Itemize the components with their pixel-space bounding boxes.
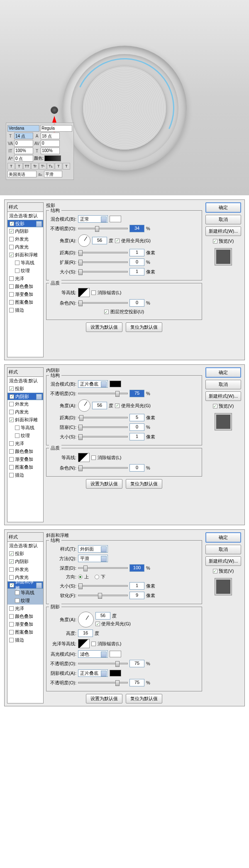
antialias-select[interactable]: 平滑	[44, 171, 62, 177]
chk-satin[interactable]	[9, 441, 14, 446]
new-style-button[interactable]: 新建样式(W)...	[205, 556, 241, 566]
subscript-btn[interactable]: T₁	[47, 163, 54, 170]
style-color-overlay[interactable]: 颜色叠加	[7, 448, 43, 455]
chk-drop-shadow[interactable]	[10, 221, 14, 226]
style-gradient-overlay[interactable]: 渐变叠加	[7, 620, 43, 628]
spread-slider[interactable]	[78, 261, 128, 263]
antialias-chk[interactable]	[91, 455, 96, 460]
style-contour[interactable]: 等高线	[7, 424, 43, 432]
preview-chk[interactable]	[213, 239, 217, 243]
vscale-input[interactable]: 100%	[41, 148, 60, 154]
chk-inner-glow[interactable]	[9, 410, 14, 414]
tracking-select[interactable]: 0	[41, 140, 60, 147]
chk-drop-shadow[interactable]	[9, 386, 14, 391]
font-size-select[interactable]: 14 点	[14, 133, 33, 139]
chk-outer-glow[interactable]	[9, 237, 14, 241]
angle-input[interactable]: 56	[92, 237, 107, 244]
chk-gradient-overlay[interactable]	[9, 292, 14, 297]
global-light-chk[interactable]	[115, 239, 120, 243]
chk-stroke[interactable]	[9, 308, 14, 312]
chk-texture[interactable]	[15, 598, 20, 603]
make-default-button[interactable]: 设置为默认值	[86, 322, 122, 332]
chk-inner-glow[interactable]	[9, 245, 14, 249]
h-opacity-slider[interactable]	[78, 663, 128, 664]
chk-inner-shadow[interactable]	[9, 559, 14, 564]
style-gradient-overlay[interactable]: 渐变叠加	[7, 290, 43, 298]
style-blend-options[interactable]: 混合选项:默认	[7, 542, 43, 550]
depth-input[interactable]: 100	[129, 564, 144, 572]
distance-slider[interactable]	[78, 252, 128, 253]
style-stroke[interactable]: 描边	[7, 306, 43, 314]
cancel-button[interactable]: 取消	[205, 215, 241, 224]
global-light-chk[interactable]	[115, 403, 120, 408]
s-opacity-input[interactable]: 75	[129, 679, 144, 686]
opacity-slider[interactable]	[78, 393, 128, 394]
size-input[interactable]: 1	[129, 433, 144, 440]
style-outer-glow[interactable]: 外发光	[7, 566, 43, 573]
style-blend-options[interactable]: 混合选项:默认	[7, 377, 43, 385]
h-opacity-input[interactable]: 75	[129, 660, 144, 667]
chk-outer-glow[interactable]	[9, 402, 14, 406]
smallcaps-btn[interactable]: Tr	[31, 163, 39, 170]
distance-input[interactable]: 1	[129, 249, 144, 256]
size-slider[interactable]	[78, 436, 128, 438]
cancel-button[interactable]: 取消	[205, 545, 241, 554]
chk-color-overlay[interactable]	[9, 449, 14, 454]
cancel-button[interactable]: 取消	[205, 380, 241, 389]
blend-mode-select[interactable]: 正常	[78, 215, 108, 223]
new-style-button[interactable]: 新建样式(W)...	[205, 226, 241, 236]
style-pattern-overlay[interactable]: 图案叠加	[7, 463, 43, 471]
chk-satin[interactable]	[9, 276, 14, 281]
direction-up-radio[interactable]	[78, 575, 83, 579]
leading-select[interactable]: 18 点	[41, 133, 60, 139]
contour-picker[interactable]	[78, 453, 90, 462]
underline-btn[interactable]: T	[55, 163, 62, 170]
chk-texture[interactable]	[15, 268, 20, 273]
style-blend-options[interactable]: 混合选项:默认	[7, 212, 43, 220]
bold-btn[interactable]: T	[7, 163, 15, 170]
style-stroke[interactable]: 描边	[7, 471, 43, 479]
chk-inner-glow[interactable]	[9, 575, 14, 580]
style-inner-shadow[interactable]: 内阴影	[7, 227, 43, 235]
style-inner-shadow[interactable]: 内阴影	[7, 393, 43, 400]
reset-default-button[interactable]: 复位为默认值	[126, 322, 162, 332]
opacity-slider[interactable]	[78, 228, 128, 229]
altitude-input[interactable]: 16	[78, 629, 93, 637]
style-inner-glow[interactable]: 内发光	[7, 243, 43, 251]
spread-input[interactable]: 0	[129, 258, 144, 266]
highlight-color-swatch[interactable]	[110, 651, 121, 657]
style-outer-glow[interactable]: 外发光	[7, 400, 43, 408]
chk-bevel[interactable]	[10, 583, 14, 588]
chk-bevel[interactable]	[9, 418, 14, 422]
ok-button[interactable]: 确定	[205, 202, 241, 213]
style-color-overlay[interactable]: 颜色叠加	[7, 283, 43, 290]
font-family-select[interactable]: Verdana	[7, 125, 39, 132]
kerning-select[interactable]: 0	[14, 140, 33, 147]
style-satin[interactable]: 光泽	[7, 605, 43, 612]
make-default-button[interactable]: 设置为默认值	[86, 479, 122, 489]
highlight-mode-select[interactable]: 滤色	[78, 650, 108, 658]
reset-default-button[interactable]: 复位为默认值	[126, 479, 162, 489]
style-satin[interactable]: 光泽	[7, 275, 43, 283]
opacity-input[interactable]: 75	[129, 390, 144, 397]
style-gradient-overlay[interactable]: 渐变叠加	[7, 455, 43, 463]
chk-contour[interactable]	[15, 261, 20, 265]
global-light-chk[interactable]	[95, 622, 100, 626]
soften-input[interactable]: 9	[129, 592, 144, 599]
new-style-button[interactable]: 新建样式(W)...	[205, 391, 241, 401]
style-color-overlay[interactable]: 颜色叠加	[7, 612, 43, 620]
antialias-chk[interactable]	[91, 642, 96, 646]
reset-default-button[interactable]: 复位为默认值	[126, 694, 162, 703]
preview-chk[interactable]	[213, 569, 217, 573]
language-select[interactable]: 美国英语	[7, 171, 37, 177]
chk-outer-glow[interactable]	[9, 567, 14, 572]
s-opacity-slider[interactable]	[78, 682, 128, 684]
angle-dial[interactable]	[78, 234, 90, 247]
depth-slider[interactable]	[78, 567, 128, 569]
angle-dial[interactable]	[78, 399, 90, 412]
blend-mode-select[interactable]: 正片叠底	[78, 380, 108, 388]
style-texture[interactable]: 纹理	[7, 597, 43, 605]
chk-gradient-overlay[interactable]	[9, 622, 14, 627]
choke-slider[interactable]	[78, 426, 128, 428]
hscale-input[interactable]: 100%	[14, 148, 33, 154]
